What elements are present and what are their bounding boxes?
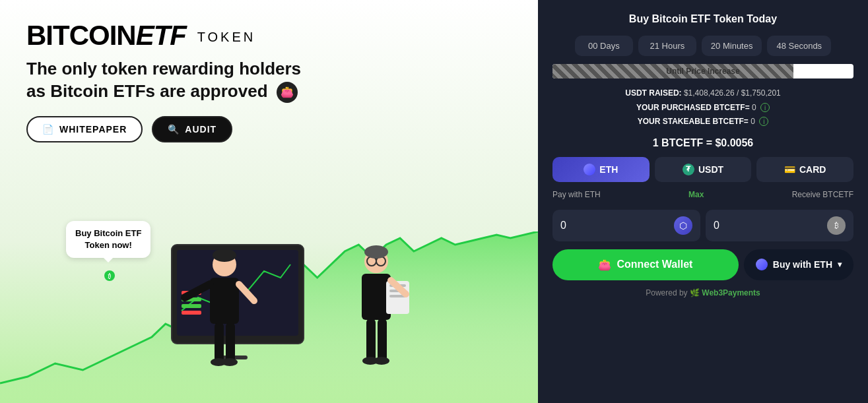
- speech-bubble: Buy Bitcoin ETFToken now!: [66, 221, 150, 258]
- svg-point-16: [222, 358, 238, 366]
- logo-token: TOKEN: [197, 30, 256, 44]
- price-display: 1 BTCETF = $0.0056: [552, 137, 853, 149]
- svg-rect-14: [226, 323, 235, 362]
- timer-days: 00 Days: [575, 36, 633, 56]
- connect-wallet-button[interactable]: 👛 Connect Wallet: [552, 249, 739, 280]
- whitepaper-button[interactable]: 📄 WHITEPAPER: [26, 116, 143, 142]
- usdt-raised-row: USDT RAISED: $1,408,426.26 / $1,750,201: [552, 86, 853, 101]
- audit-icon: 🔍: [168, 124, 180, 135]
- widget-title: Buy Bitcoin ETF Token Today: [552, 13, 853, 25]
- input-labels: Pay with ETH Max Receive BTCETF: [552, 190, 853, 199]
- tagline: The only token rewarding holders as Bitc…: [26, 58, 512, 103]
- audit-button[interactable]: 🔍 AUDIT: [152, 116, 232, 142]
- stakeable-info-icon[interactable]: i: [759, 117, 768, 126]
- svg-point-21: [364, 245, 388, 259]
- progress-label: Until Price Increase: [552, 64, 853, 78]
- usdt-icon: ₮: [683, 164, 694, 175]
- wallet-btn-icon: 👛: [598, 259, 611, 271]
- timer-seconds: 48 Seconds: [767, 36, 831, 56]
- action-row: 👛 Connect Wallet Buy with ETH ▾: [552, 249, 853, 280]
- svg-point-31: [374, 357, 389, 365]
- usdt-value: $1,408,426.26 / $1,750,201: [684, 88, 781, 98]
- progress-area: Until Price Increase: [552, 64, 853, 78]
- svg-rect-10: [210, 278, 239, 324]
- tab-eth-button[interactable]: ETH: [552, 157, 650, 182]
- btc-coin-icon: ₿: [827, 216, 846, 235]
- stakeable-value: 0: [751, 117, 755, 126]
- logo-etf: ETF: [136, 20, 186, 51]
- pay-input[interactable]: [560, 220, 669, 232]
- progress-bar-bg: Until Price Increase: [552, 64, 853, 78]
- widget-panel: Buy Bitcoin ETF Token Today 00 Days 21 H…: [538, 0, 868, 403]
- pay-label: Pay with ETH: [552, 190, 601, 199]
- receive-label: Receive BTCETF: [792, 190, 853, 199]
- countdown-timer: 00 Days 21 Hours 20 Minutes 48 Seconds: [552, 36, 853, 56]
- web3payments-label: Web3Payments: [702, 288, 760, 297]
- timer-hours: 21 Hours: [638, 36, 696, 56]
- tab-card-button[interactable]: 💳 CARD: [756, 157, 853, 182]
- input-row: ⬡ ₿: [552, 210, 853, 241]
- svg-rect-28: [366, 319, 376, 361]
- svg-point-9: [213, 249, 236, 262]
- tagline-line1: The only token rewarding holders: [26, 58, 512, 80]
- btc-dot: ₿: [104, 270, 115, 281]
- receive-input-group: ₿: [706, 210, 853, 241]
- whitepaper-icon: 📄: [42, 124, 54, 135]
- widget-footer: Powered by 🌿 Web3Payments: [552, 288, 853, 297]
- logo-bitcoin: BITCOIN: [26, 20, 136, 51]
- wallet-icon: 👛: [277, 82, 298, 103]
- left-panel: BITCOINETF TOKEN The only token rewardin…: [0, 0, 538, 403]
- chevron-down-icon: ▾: [838, 260, 842, 269]
- purchased-label: YOUR PURCHASED BTCETF=: [636, 103, 750, 112]
- max-label[interactable]: Max: [688, 190, 704, 199]
- svg-rect-13: [215, 323, 224, 362]
- stakeable-label: YOUR STAKEABLE BTCETF=: [638, 117, 749, 126]
- action-buttons: 📄 WHITEPAPER 🔍 AUDIT: [26, 116, 512, 142]
- svg-rect-4: [182, 304, 201, 308]
- pay-input-group: ⬡: [552, 210, 700, 241]
- receive-input[interactable]: [714, 220, 822, 232]
- buy-eth-button[interactable]: Buy with ETH ▾: [744, 249, 853, 280]
- logo: BITCOINETF TOKEN: [26, 20, 512, 51]
- purchased-row: YOUR PURCHASED BTCETF= 0 i: [552, 101, 853, 115]
- svg-rect-5: [182, 311, 201, 315]
- eth-icon: [584, 164, 595, 175]
- timer-minutes: 20 Minutes: [702, 36, 762, 56]
- svg-rect-29: [378, 319, 387, 361]
- tagline-line2: as Bitcoin ETFs are approved 👛: [26, 80, 512, 103]
- eth-coin-icon: ⬡: [674, 216, 692, 235]
- stakeable-row: YOUR STAKEABLE BTCETF= 0 i: [552, 115, 853, 129]
- stats-section: USDT RAISED: $1,408,426.26 / $1,750,201 …: [552, 86, 853, 129]
- purchased-value: 0: [752, 103, 756, 112]
- card-icon: 💳: [784, 164, 795, 175]
- purchased-info-icon[interactable]: i: [760, 103, 770, 112]
- tab-usdt-button[interactable]: ₮ USDT: [655, 157, 752, 182]
- payment-tabs: ETH ₮ USDT 💳 CARD: [552, 157, 853, 182]
- eth-btn-icon: [756, 259, 768, 270]
- usdt-label: USDT RAISED:: [625, 88, 681, 98]
- web3payments-icon: 🌿: [690, 288, 700, 297]
